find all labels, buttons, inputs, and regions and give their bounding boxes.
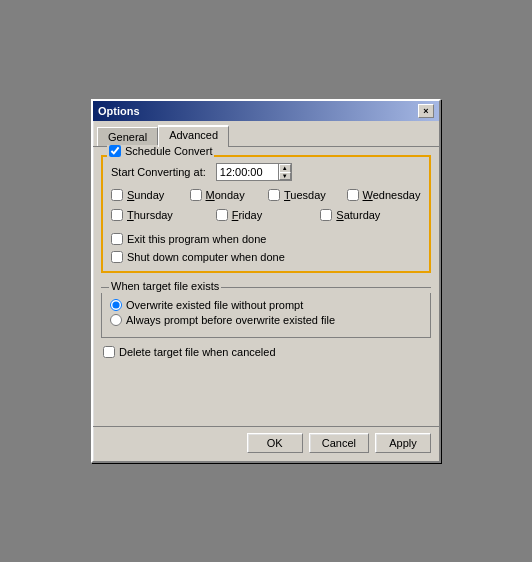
tuesday-checkbox-label[interactable]: Tuesday: [268, 189, 343, 201]
wednesday-checkbox[interactable]: [347, 189, 359, 201]
target-group-legend: When target file exists: [109, 280, 221, 292]
exit-checkbox[interactable]: [111, 233, 123, 245]
button-bar: OK Cancel Apply: [93, 426, 439, 461]
tab-general[interactable]: General: [97, 127, 158, 146]
tab-bar: General Advanced: [93, 121, 439, 147]
exit-checkbox-label[interactable]: Exit this program when done: [111, 233, 421, 245]
days-row-2: Thursday Friday Saturday: [111, 209, 421, 221]
monday-checkbox[interactable]: [190, 189, 202, 201]
cancel-button[interactable]: Cancel: [309, 433, 369, 453]
wednesday-checkbox-label[interactable]: Wednesday: [347, 189, 422, 201]
options-dialog: Options × General Advanced Schedule Conv…: [91, 99, 441, 463]
dialog-title: Options: [98, 105, 140, 117]
title-bar-text: Options: [98, 105, 140, 117]
thursday-checkbox[interactable]: [111, 209, 123, 221]
friday-checkbox-label[interactable]: Friday: [216, 209, 317, 221]
prompt-radio-label[interactable]: Always prompt before overwrite existed f…: [110, 314, 422, 326]
sunday-checkbox-label[interactable]: Sunday: [111, 189, 186, 201]
target-group-top: When target file exists: [101, 281, 431, 293]
sunday-checkbox[interactable]: [111, 189, 123, 201]
saturday-checkbox-label[interactable]: Saturday: [320, 209, 421, 221]
schedule-group-top: Schedule Convert: [101, 155, 431, 157]
saturday-checkbox[interactable]: [320, 209, 332, 221]
close-button[interactable]: ×: [418, 104, 434, 118]
apply-button[interactable]: Apply: [375, 433, 431, 453]
tuesday-checkbox[interactable]: [268, 189, 280, 201]
shutdown-checkbox[interactable]: [111, 251, 123, 263]
time-input[interactable]: [216, 163, 278, 181]
schedule-group-body: Start Converting at: ▲ ▼ Sunday: [101, 157, 431, 273]
target-file-group: When target file exists Overwrite existe…: [101, 281, 431, 338]
tab-advanced[interactable]: Advanced: [158, 125, 229, 147]
friday-checkbox[interactable]: [216, 209, 228, 221]
start-converting-row: Start Converting at: ▲ ▼: [111, 163, 421, 181]
title-bar: Options ×: [93, 101, 439, 121]
dialog-body: Schedule Convert Start Converting at: ▲ …: [93, 147, 439, 366]
prompt-radio[interactable]: [110, 314, 122, 326]
start-converting-label: Start Converting at:: [111, 166, 206, 178]
overwrite-radio[interactable]: [110, 299, 122, 311]
time-input-wrapper: ▲ ▼: [216, 163, 292, 181]
spinner-down-button[interactable]: ▼: [279, 172, 291, 181]
days-row-1: Sunday Monday Tuesday Wednesday: [111, 189, 421, 201]
time-spinner: ▲ ▼: [278, 163, 292, 181]
delete-target-checkbox-label[interactable]: Delete target file when canceled: [103, 346, 431, 358]
overwrite-radio-label[interactable]: Overwrite existed file without prompt: [110, 299, 422, 311]
ok-button[interactable]: OK: [247, 433, 303, 453]
monday-checkbox-label[interactable]: Monday: [190, 189, 265, 201]
spinner-up-button[interactable]: ▲: [279, 164, 291, 172]
target-group-body: Overwrite existed file without prompt Al…: [101, 293, 431, 338]
schedule-convert-checkbox[interactable]: [109, 145, 121, 157]
schedule-group: Schedule Convert Start Converting at: ▲ …: [101, 155, 431, 273]
delete-target-checkbox[interactable]: [103, 346, 115, 358]
shutdown-checkbox-label[interactable]: Shut down computer when done: [111, 251, 421, 263]
thursday-checkbox-label[interactable]: Thursday: [111, 209, 212, 221]
